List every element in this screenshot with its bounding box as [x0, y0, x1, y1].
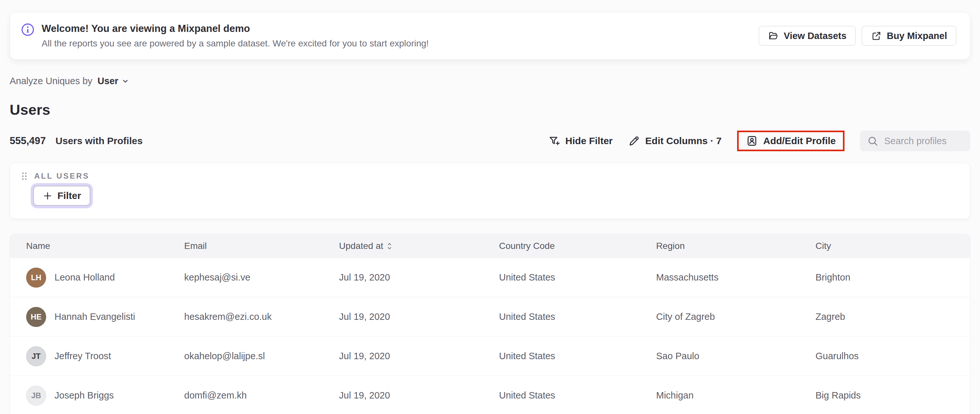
view-datasets-label: View Datasets — [784, 31, 847, 41]
controls-row: 555,497 Users with Profiles Hide Filter — [10, 128, 970, 153]
column-header-region[interactable]: Region — [656, 241, 816, 251]
user-region: Michigan — [656, 390, 816, 401]
pencil-icon — [628, 135, 640, 147]
user-email: hesakrem@ezi.co.uk — [184, 311, 339, 322]
analyze-bar: Analyze Uniques by User — [10, 75, 970, 87]
banner-title: Welcome! You are viewing a Mixpanel demo — [41, 22, 429, 35]
info-icon — [21, 23, 35, 36]
welcome-banner: Welcome! You are viewing a Mixpanel demo… — [10, 12, 970, 60]
user-updated-at: Jul 19, 2020 — [339, 272, 499, 283]
annotation-highlight-box: Add/Edit Profile — [737, 130, 845, 151]
profile-card-icon — [746, 135, 758, 147]
view-datasets-button[interactable]: View Datasets — [759, 26, 856, 46]
analyze-label: Analyze Uniques by — [10, 75, 92, 87]
filter-card: ALL USERS Filter — [10, 163, 970, 219]
column-header-email[interactable]: Email — [184, 241, 339, 251]
table-row[interactable]: JB Joseph Briggs domfi@zem.kh Jul 19, 20… — [10, 376, 970, 414]
user-name: Joseph Briggs — [54, 390, 114, 401]
drag-handle-icon[interactable] — [22, 172, 27, 181]
user-region: City of Zagreb — [656, 311, 816, 322]
users-table: Name Email Updated at Country Code Regio… — [10, 234, 970, 414]
banner-actions: View Datasets Buy Mixpanel — [759, 26, 956, 46]
user-email: kephesaj@si.ve — [184, 272, 339, 283]
hide-filter-button[interactable]: Hide Filter — [548, 135, 613, 147]
user-updated-at: Jul 19, 2020 — [339, 390, 499, 401]
chevron-down-icon — [122, 78, 129, 85]
page-title: Users — [10, 102, 970, 118]
filter-button-wrap: Filter — [33, 186, 90, 206]
user-city: Guarulhos — [816, 351, 970, 362]
search-profiles-input[interactable] — [884, 136, 963, 146]
banner-subtitle: All the reports you see are powered by a… — [41, 37, 429, 50]
user-country-code: United States — [499, 272, 656, 283]
add-edit-profile-label: Add/Edit Profile — [763, 135, 836, 146]
add-edit-profile-button[interactable]: Add/Edit Profile — [746, 135, 836, 147]
search-icon — [867, 135, 878, 147]
external-link-icon — [871, 31, 881, 41]
column-header-city[interactable]: City — [816, 241, 970, 251]
user-city: Brighton — [816, 272, 970, 283]
user-city: Big Rapids — [816, 390, 970, 401]
avatar: HE — [26, 307, 46, 327]
profiles-count-number: 555,497 — [10, 135, 46, 147]
buy-mixpanel-button[interactable]: Buy Mixpanel — [862, 26, 956, 46]
filter-funnel-icon — [548, 135, 560, 147]
user-country-code: United States — [499, 351, 656, 362]
user-updated-at: Jul 19, 2020 — [339, 311, 499, 322]
analyze-by-select[interactable]: User — [97, 75, 129, 87]
plus-icon — [43, 191, 52, 201]
column-header-name[interactable]: Name — [26, 241, 184, 251]
edit-columns-button[interactable]: Edit Columns · 7 — [628, 135, 722, 147]
profile-search — [860, 130, 970, 151]
table-row[interactable]: JT Jeffrey Troost okahelop@lalijpe.sl Ju… — [10, 336, 970, 376]
edit-columns-label: Edit Columns · 7 — [645, 135, 722, 146]
avatar: JB — [26, 385, 46, 406]
avatar: LH — [26, 268, 46, 288]
column-header-country-code[interactable]: Country Code — [499, 241, 656, 251]
group-head: ALL USERS — [22, 171, 958, 181]
user-name: Jeffrey Troost — [54, 351, 111, 362]
user-country-code: United States — [499, 390, 656, 401]
user-email: domfi@zem.kh — [184, 390, 339, 401]
sort-icon — [387, 242, 393, 251]
buy-mixpanel-label: Buy Mixpanel — [887, 31, 947, 41]
toolbar: Hide Filter Edit Columns · 7 — [548, 130, 970, 151]
folder-icon — [768, 31, 779, 41]
user-city: Zagreb — [816, 311, 970, 322]
profiles-count: 555,497 Users with Profiles — [10, 135, 143, 147]
table-header-row: Name Email Updated at Country Code Regio… — [10, 234, 970, 258]
user-email: okahelop@lalijpe.sl — [184, 351, 339, 362]
avatar: JT — [26, 346, 46, 366]
user-name: Hannah Evangelisti — [54, 311, 135, 322]
add-filter-label: Filter — [57, 190, 81, 201]
table-row[interactable]: HE Hannah Evangelisti hesakrem@ezi.co.uk… — [10, 297, 970, 336]
hide-filter-label: Hide Filter — [565, 135, 613, 146]
table-row[interactable]: LH Leona Holland kephesaj@si.ve Jul 19, … — [10, 258, 970, 297]
user-region: Sao Paulo — [656, 351, 816, 362]
analyze-by-value: User — [97, 75, 118, 87]
profiles-count-label: Users with Profiles — [56, 135, 143, 146]
user-country-code: United States — [499, 311, 656, 322]
user-updated-at: Jul 19, 2020 — [339, 351, 499, 362]
user-name: Leona Holland — [54, 272, 115, 283]
column-header-updated-at[interactable]: Updated at — [339, 241, 499, 251]
add-filter-button[interactable]: Filter — [33, 186, 90, 206]
banner-message: Welcome! You are viewing a Mixpanel demo… — [21, 22, 429, 50]
group-label: ALL USERS — [34, 171, 90, 181]
user-region: Massachusetts — [656, 272, 816, 283]
users-page: Welcome! You are viewing a Mixpanel demo… — [0, 12, 980, 414]
